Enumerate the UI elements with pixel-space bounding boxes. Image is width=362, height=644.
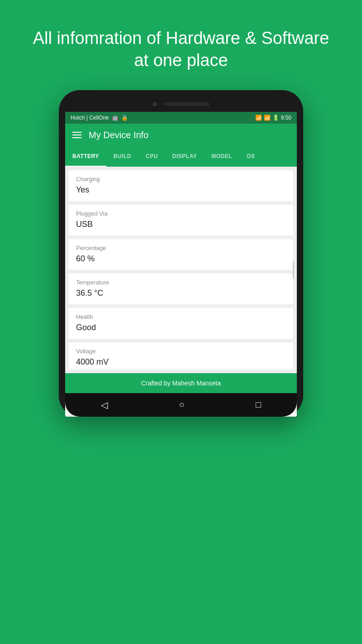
tab-cpu[interactable]: CPU — [138, 147, 165, 167]
phone-device: Hutch | CellOne 🤖 🔒 📶 📶 🔋 9:50 My Device… — [59, 90, 303, 417]
signal-icon-2: 📶 — [264, 115, 271, 121]
app-bar: My Device Info — [65, 124, 297, 147]
voltage-label: Voltage — [76, 348, 286, 355]
temperature-label: Temperature — [76, 279, 286, 286]
time-text: 9:50 — [281, 115, 291, 121]
signal-icon-1: 📶 — [255, 115, 262, 121]
menu-icon[interactable] — [72, 132, 81, 138]
health-label: Health — [76, 313, 286, 320]
status-bar: Hutch | CellOne 🤖 🔒 📶 📶 🔋 9:50 — [65, 112, 297, 124]
content-area: Charging Yes Plugged Via USB Percentage … — [65, 167, 297, 373]
card-charging: Charging Yes — [69, 170, 293, 201]
temperature-value: 36.5 °C — [76, 288, 286, 298]
footer: Crafted by Mahesh Manseta — [65, 373, 297, 393]
nav-bar: ◁ ○ □ — [65, 393, 297, 417]
carrier-text: Hutch | CellOne — [71, 115, 109, 121]
tab-os[interactable]: OS — [239, 147, 262, 167]
scroll-indicator — [293, 261, 294, 279]
plugged-via-value: USB — [76, 220, 286, 229]
android-icon: 🤖 — [112, 115, 119, 121]
back-button[interactable]: ◁ — [101, 399, 108, 410]
battery-icon: 🔋 — [272, 115, 279, 121]
status-right: 📶 📶 🔋 9:50 — [255, 115, 291, 121]
charging-label: Charging — [76, 176, 286, 183]
app-title: My Device Info — [89, 130, 148, 140]
status-left: Hutch | CellOne 🤖 🔒 — [71, 115, 128, 121]
card-health: Health Good — [69, 308, 293, 339]
hero-text: All infomration of Hardware & Software a… — [0, 27, 362, 72]
card-temperature: Temperature 36.5 °C — [69, 274, 293, 304]
card-percentage: Percentage 60 % — [69, 239, 293, 270]
home-button[interactable]: ○ — [179, 399, 184, 410]
tabs-bar: BATTERY BUILD CPU DISPLAY MODEL OS — [65, 147, 297, 167]
percentage-label: Percentage — [76, 245, 286, 251]
card-plugged-via: Plugged Via USB — [69, 205, 293, 235]
tab-display[interactable]: DISPLAY — [165, 147, 204, 167]
tab-model[interactable]: MODEL — [204, 147, 239, 167]
phone-screen: Hutch | CellOne 🤖 🔒 📶 📶 🔋 9:50 My Device… — [65, 112, 297, 417]
lock-icon: 🔒 — [121, 115, 128, 121]
plugged-via-label: Plugged Via — [76, 210, 286, 217]
speaker-grille — [164, 102, 210, 106]
charging-value: Yes — [76, 185, 286, 195]
tab-build[interactable]: BUILD — [106, 147, 138, 167]
tab-battery[interactable]: BATTERY — [65, 147, 106, 167]
card-voltage: Voltage 4000 mV — [69, 342, 293, 370]
recent-button[interactable]: □ — [256, 399, 261, 410]
voltage-value: 4000 mV — [76, 357, 286, 367]
health-value: Good — [76, 323, 286, 332]
percentage-value: 60 % — [76, 254, 286, 264]
phone-top-bar — [65, 98, 297, 112]
footer-text: Crafted by Mahesh Manseta — [141, 380, 221, 387]
camera-dot — [152, 102, 157, 106]
